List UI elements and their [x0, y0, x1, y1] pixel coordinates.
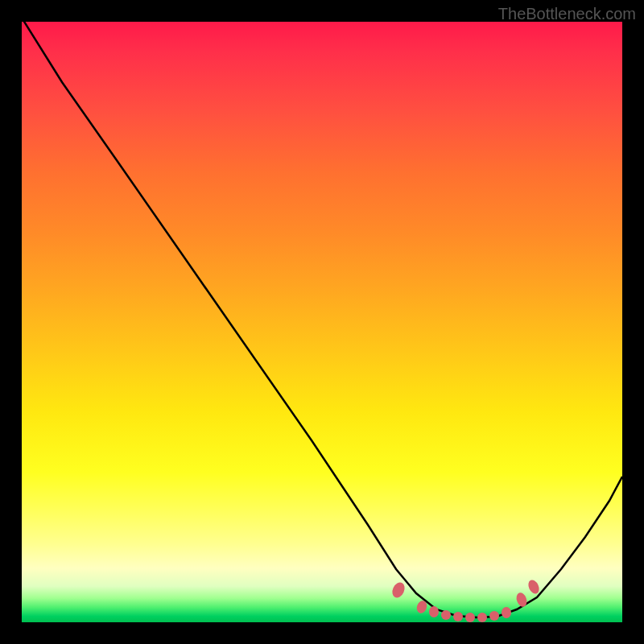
bottleneck-curve-line: [22, 22, 622, 617]
chart-svg: [22, 22, 622, 622]
watermark-text: TheBottleneck.com: [498, 5, 636, 23]
data-marker: [453, 612, 463, 621]
data-marker: [514, 591, 528, 608]
data-marker: [526, 578, 541, 595]
data-marker: [489, 611, 499, 621]
data-marker: [465, 613, 475, 622]
plot-area: [22, 22, 622, 622]
data-marker: [502, 607, 511, 618]
data-marker: [477, 613, 487, 622]
data-marker: [429, 606, 439, 617]
data-marker: [390, 580, 407, 600]
data-marker: [441, 610, 451, 620]
